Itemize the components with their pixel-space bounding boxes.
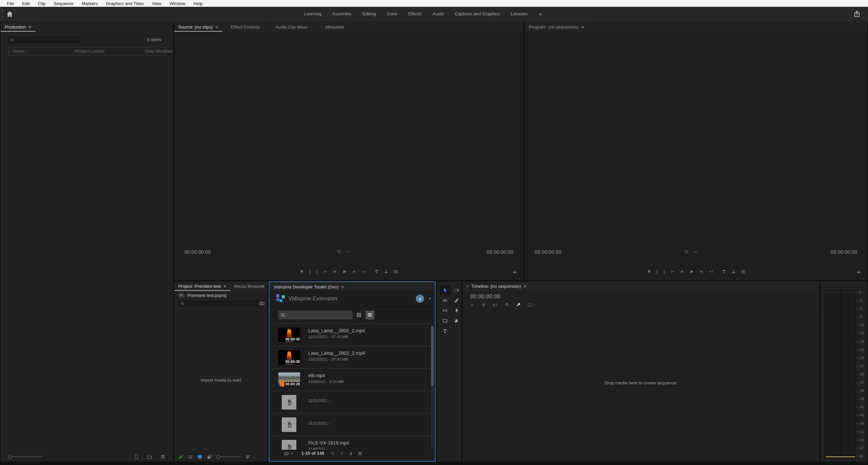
workspace-overflow-icon[interactable]: » [533,11,548,17]
freeform-view-icon[interactable] [207,454,212,460]
panel-menu-icon[interactable]: ≡ [29,25,31,29]
snap-icon[interactable] [470,302,475,308]
fit-dropdown-icon[interactable] [684,249,689,254]
tab-program[interactable]: Program: (no sequences) ≡ [525,22,588,32]
button-editor-icon[interactable] [856,270,861,275]
list-item[interactable]: 11/11/2021 - [273,414,430,436]
hand-tool[interactable] [451,316,462,326]
workspace-tab-assembly[interactable]: Assembly [327,11,357,16]
production-search-input[interactable] [16,37,78,43]
go-to-in-icon[interactable] [670,269,674,274]
list-item[interactable]: 00:00:30Lava_Lamp__2802_2.mp412/22/2021 … [273,346,430,369]
tab-overflow-icon[interactable]: » [262,283,265,289]
menu-item-markers[interactable]: Markers [78,1,102,6]
list-view-icon[interactable] [365,311,374,319]
mark-out-icon[interactable]: } [663,269,665,274]
tab-project[interactable]: Project: Premiere test ≡ [174,281,230,291]
workspace-tab-learning[interactable]: Learning [299,11,327,16]
delete-icon[interactable] [160,454,165,459]
tab-metadata[interactable]: Metadata [321,22,348,32]
slip-tool[interactable] [440,306,451,315]
list-item[interactable]: 00:00:28elk.mp412/9/2021 - 3.23 MB [273,369,430,391]
prev-page-icon[interactable] [339,451,345,456]
tab-effect-controls[interactable]: Effect Controls [227,22,264,32]
menu-item-file[interactable]: File [3,1,18,6]
step-back-icon[interactable] [332,269,337,274]
last-page-icon[interactable] [357,451,362,456]
share-icon[interactable] [853,10,861,17]
sort-icon[interactable] [246,454,251,460]
linked-selection-icon[interactable] [493,302,498,308]
go-to-out-icon[interactable] [362,269,366,274]
project-breadcrumb[interactable]: Premiere test.prproj [178,293,226,298]
project-search-input[interactable] [186,301,258,306]
sort-caret-icon[interactable]: ⌄ [252,455,255,459]
workspace-tab-effects[interactable]: Effects [403,11,427,16]
list-item[interactable]: FILE-VX-1619.mp411/8/2021 - [273,436,430,450]
grid-view-icon[interactable] [355,311,363,319]
mark-out-icon[interactable]: } [316,269,318,274]
add-marker-icon[interactable] [299,269,304,274]
scrollbar-thumb[interactable] [431,326,433,386]
menu-item-view[interactable]: View [148,1,166,6]
zoom-slider[interactable] [216,455,241,459]
wrench-icon[interactable] [516,302,521,308]
project-search[interactable] [178,300,260,306]
workspace-tab-color[interactable]: Color [381,11,403,16]
avatar-menu-caret-icon[interactable]: ▾ [429,297,431,300]
column-date-modified[interactable]: Date Modified [145,49,173,54]
insert-icon[interactable] [722,269,726,274]
razor-tool[interactable] [451,296,462,305]
workspace-tab-audio[interactable]: Audio [427,11,449,16]
mark-in-icon[interactable]: { [656,269,658,274]
menu-item-graphics-and-titles[interactable]: Graphics and Titles [102,1,148,6]
asset-search[interactable] [278,311,353,319]
workspace-tab-captions-and-graphics[interactable]: Captions and Graphics [449,11,505,16]
playback-settings-icon[interactable] [693,249,698,254]
avatar[interactable]: a [416,295,424,303]
panel-menu-icon[interactable]: ≡ [524,284,526,288]
panel-drag-handle-icon[interactable] [2,10,4,18]
tab-production[interactable]: Production ≡ [1,22,35,32]
new-item-icon[interactable] [134,454,139,459]
export-frame-icon[interactable] [394,269,398,274]
audio-meter[interactable] [825,293,856,458]
timeline-timecode[interactable]: 00:00:00:00 [470,294,501,300]
menu-item-window[interactable]: Window [166,1,190,6]
next-page-icon[interactable] [348,451,354,456]
timeline-track-area[interactable]: Drop media here to create sequence. [463,313,819,462]
add-marker-icon[interactable] [647,269,651,274]
menu-item-clip[interactable]: Clip [34,1,49,6]
type-tool[interactable] [440,326,451,336]
list-view-icon[interactable] [188,454,193,460]
overwrite-icon[interactable] [384,269,389,274]
pen-tool[interactable] [451,306,462,315]
tab-audio-clip-mixer[interactable]: Audio Clip Mixer [272,22,312,32]
thumbnail-zoom-slider[interactable] [8,455,42,459]
folder-up-icon[interactable] [178,293,184,298]
insert-icon[interactable] [375,269,379,274]
ripple-edit-tool[interactable] [440,296,451,305]
new-bin-icon[interactable] [147,454,152,459]
panel-menu-icon[interactable]: ≡ [582,25,584,29]
first-page-icon[interactable] [330,451,336,456]
column-name[interactable]: Name ↑ [13,49,28,54]
step-forward-icon[interactable] [699,269,704,274]
panel-menu-icon[interactable]: ≡ [215,25,218,29]
tab-vidispine-toolkit[interactable]: Vidispine Developer Toolkit (Dev) ≡ [269,282,348,292]
export-frame-icon[interactable] [741,269,745,274]
list-item[interactable]: 11/11/2021 - [273,391,430,414]
rectangle-tool[interactable] [440,316,451,326]
menu-item-edit[interactable]: Edit [18,1,34,6]
workspace-tab-libraries[interactable]: Libraries [505,11,533,16]
go-to-out-icon[interactable] [709,269,713,274]
overwrite-icon[interactable] [731,269,736,274]
writable-indicator-icon[interactable] [178,454,183,460]
menu-item-sequence[interactable]: Sequence [50,1,78,6]
menu-item-help[interactable]: Help [190,1,207,6]
fit-dropdown-icon[interactable] [337,249,342,254]
selection-tool[interactable] [440,285,451,295]
tab-timeline[interactable]: Timeline: (no sequences) ≡ [470,281,530,291]
find-in-bin-icon[interactable] [259,300,265,306]
step-forward-icon[interactable] [352,269,357,274]
